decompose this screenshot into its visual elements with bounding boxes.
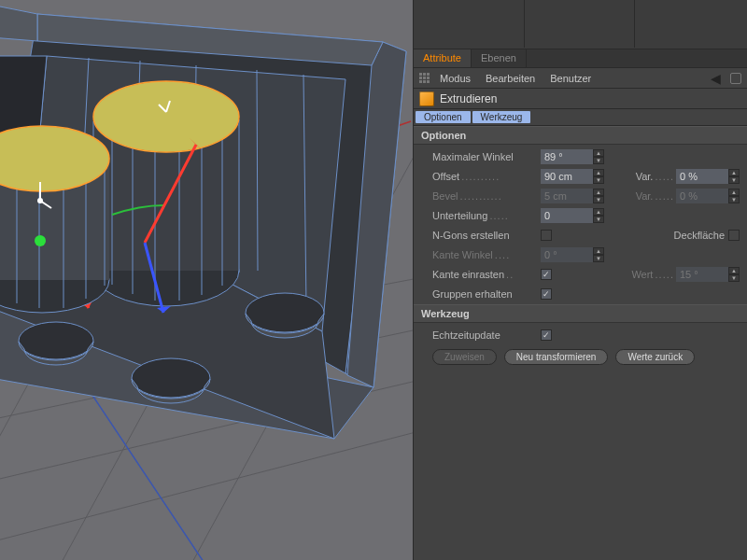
spinner-wert: ▲▼ xyxy=(728,267,740,282)
row-bevel: Bevel . . . . . . . . . . . ▲▼ Var. . . … xyxy=(432,188,740,204)
row-kante-winkel: Kante Winkel . . . . ▲▼ xyxy=(432,246,740,263)
spinner-offset-var[interactable]: ▲▼ xyxy=(728,169,740,184)
subtab-optionen[interactable]: Optionen xyxy=(416,111,471,123)
lock-icon[interactable] xyxy=(730,73,741,84)
row-offset: Offset . . . . . . . . . . ▲▼ Var. . . .… xyxy=(432,168,740,185)
spinner-offset[interactable]: ▲▼ xyxy=(593,169,604,184)
label-unterteilung: Unterteilung . . . . . xyxy=(432,210,537,221)
werkzeug-buttons: Zuweisen Neu transformieren Werte zurück xyxy=(414,345,747,369)
input-kante-winkel xyxy=(541,247,593,262)
checkbox-gruppen[interactable]: ✓ xyxy=(541,288,552,300)
viewport-3d[interactable] xyxy=(0,0,413,560)
label-deckflaeche: Deckfläche xyxy=(674,230,725,241)
nav-back-icon[interactable]: ◀ xyxy=(711,71,726,86)
menu-benutzer[interactable]: Benutzer xyxy=(544,73,597,84)
button-neu-transformieren[interactable]: Neu transformieren xyxy=(504,349,609,365)
panel-tabs: Attribute Ebenen xyxy=(414,49,747,68)
input-bevel-var xyxy=(676,189,728,203)
input-offset-var[interactable] xyxy=(676,169,728,184)
checkbox-ngons[interactable] xyxy=(541,230,552,241)
panel-menubar: Modus Bearbeiten Benutzer ◀ xyxy=(414,68,747,89)
drag-handle-icon[interactable] xyxy=(419,73,430,84)
label-kante-winkel: Kante Winkel . . . . xyxy=(432,249,537,260)
label-kante-einrasten: Kante einrasten . . xyxy=(432,269,537,280)
label-gruppen: Gruppen erhalten xyxy=(432,288,537,300)
label-bevel-var: Var. . . . . . xyxy=(636,190,672,202)
button-werte-zurueck[interactable]: Werte zurück xyxy=(615,349,695,365)
label-max-winkel: Maximaler Winkel xyxy=(432,151,537,162)
tab-attribute[interactable]: Attribute xyxy=(414,49,472,67)
section-optionen: Optionen xyxy=(414,126,747,145)
input-max-winkel[interactable] xyxy=(541,149,593,164)
cylinder-left xyxy=(0,126,109,313)
svg-marker-14 xyxy=(0,5,37,41)
svg-point-23 xyxy=(246,293,324,332)
subtabs: Optionen Werkzeug xyxy=(414,109,747,126)
spinner-bevel: ▲▼ xyxy=(593,189,604,203)
spinner-max-winkel[interactable]: ▲▼ xyxy=(593,149,604,164)
svg-point-35 xyxy=(93,81,239,152)
input-offset[interactable] xyxy=(541,169,593,184)
spinner-kante-winkel: ▲▼ xyxy=(593,247,604,262)
row-max-winkel: Maximaler Winkel ▲▼ xyxy=(432,148,740,165)
tool-name: Extrudieren xyxy=(440,92,497,105)
label-echtzeit: Echtzeitupdate xyxy=(432,329,537,341)
row-ngons: N-Gons erstellen Deckfläche xyxy=(432,227,740,244)
tool-header: Extrudieren xyxy=(414,89,747,109)
spinner-unterteilung[interactable]: ▲▼ xyxy=(593,208,604,223)
label-bevel: Bevel . . . . . . . . . . . xyxy=(432,190,537,202)
row-kante-einrasten: Kante einrasten . . ✓ Wert . . . . . ▲▼ xyxy=(432,266,740,283)
checkbox-kante-einrasten[interactable]: ✓ xyxy=(541,269,552,280)
section-werkzeug: Werkzeug xyxy=(414,304,747,323)
input-wert xyxy=(676,267,728,282)
attribute-panel: Attribute Ebenen Modus Bearbeiten Benutz… xyxy=(413,0,747,560)
row-unterteilung: Unterteilung . . . . . ▲▼ xyxy=(432,207,740,224)
panel-top-slots xyxy=(414,0,747,49)
label-ngons: N-Gons erstellen xyxy=(432,230,537,241)
checkbox-echtzeit[interactable]: ✓ xyxy=(541,329,552,341)
svg-point-57 xyxy=(35,235,46,246)
cylinder-right xyxy=(93,81,239,306)
spinner-bevel-var: ▲▼ xyxy=(728,189,740,203)
extrude-tool-icon xyxy=(419,91,434,106)
svg-point-21 xyxy=(19,322,93,359)
label-wert: Wert . . . . . xyxy=(631,269,672,280)
menu-bearbeiten[interactable]: Bearbeiten xyxy=(480,73,541,84)
row-gruppen: Gruppen erhalten ✓ xyxy=(432,286,740,302)
tab-ebenen[interactable]: Ebenen xyxy=(472,49,527,67)
svg-point-22 xyxy=(132,358,210,398)
label-offset: Offset . . . . . . . . . . xyxy=(432,171,537,182)
row-echtzeit: Echtzeitupdate ✓ xyxy=(432,327,740,343)
menu-modus[interactable]: Modus xyxy=(434,73,476,84)
subtab-werkzeug[interactable]: Werkzeug xyxy=(472,111,531,123)
label-offset-var: Var. . . . . . xyxy=(636,171,672,182)
input-bevel xyxy=(541,189,593,203)
button-zuweisen[interactable]: Zuweisen xyxy=(432,349,497,365)
checkbox-deckflaeche[interactable] xyxy=(728,230,740,241)
input-unterteilung[interactable] xyxy=(541,208,593,223)
